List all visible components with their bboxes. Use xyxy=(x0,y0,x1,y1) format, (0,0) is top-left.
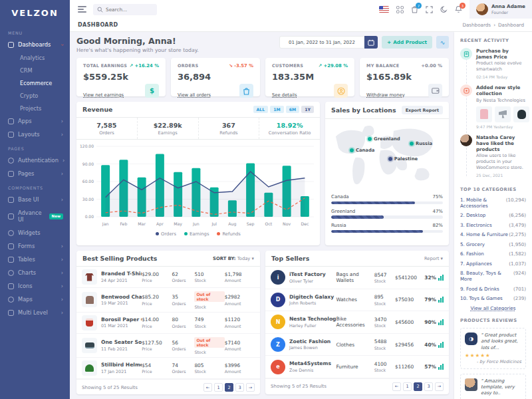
date-range-input[interactable]: 01 Jan, 2022 to 31 Jan, 2022 xyxy=(279,36,364,49)
product-review-card[interactable]: " Amazing template, very easy to.. ★★★★☆… xyxy=(460,374,526,399)
sidebar-item-base-ui[interactable]: Base UI› xyxy=(0,193,70,206)
range-1m-button[interactable]: 1M xyxy=(270,106,283,113)
table-row[interactable]: One Seater Sofa11 Feb 2021 $127.50Price … xyxy=(76,334,260,358)
sidebar-item-projects[interactable]: Projects xyxy=(0,102,70,114)
view-net-earnings-link[interactable]: View net earnings xyxy=(83,92,124,98)
sidebar-item-ecommerce[interactable]: Ecommerce xyxy=(0,76,70,89)
page-prev[interactable]: ← xyxy=(392,382,401,391)
table-row[interactable]: Branded T-Shirts24 Apr 2021 $29.00Price … xyxy=(76,267,260,288)
sidebar-item-analytics[interactable]: Analytics xyxy=(0,51,70,64)
breadcrumb-dashboards[interactable]: Dashboards xyxy=(462,22,491,28)
view-all-categories-link[interactable]: View all Categories xyxy=(460,305,526,311)
page-3[interactable]: 3 xyxy=(424,382,433,391)
search-input[interactable] xyxy=(106,7,152,13)
table-row[interactable]: Borosil Paper Cup01 Mar 2021 $14.00Price… xyxy=(76,313,260,334)
svg-text:Dec: Dec xyxy=(301,221,309,226)
table-row[interactable]: Z Zoetic FashionJames Bowen Clothes 5488… xyxy=(265,334,449,356)
table-row[interactable]: e Meta4SystemsZoe Dennis Furniture 4100S… xyxy=(265,356,449,378)
app-logo[interactable]: VELZON xyxy=(0,0,70,25)
sidebar-item-charts[interactable]: Charts› xyxy=(0,266,70,279)
range-all-button[interactable]: ALL xyxy=(253,106,269,113)
stat-value: $559.25k xyxy=(83,72,159,82)
view-all-orders-link[interactable]: View all orders xyxy=(178,92,211,98)
world-map[interactable]: Greenland Canada Russia Palestine xyxy=(331,121,444,192)
dashboards-icon xyxy=(8,42,14,48)
stat-value: 183.35M xyxy=(272,72,348,82)
out-of-stock-badge: Out of stock xyxy=(194,337,224,348)
legend-orders[interactable]: Orders xyxy=(156,231,176,237)
page-next[interactable]: → xyxy=(435,382,444,391)
sidebar-item-tables[interactable]: Tables› xyxy=(0,253,70,266)
us-flag-icon xyxy=(379,6,389,13)
search-box[interactable] xyxy=(93,4,157,15)
icons-icon xyxy=(8,283,14,289)
range-6m-button[interactable]: 6M xyxy=(286,106,299,113)
fullscreen-button[interactable] xyxy=(426,6,433,13)
page-3[interactable]: 3 xyxy=(235,383,244,392)
sidebar-item-authentication[interactable]: Authentication› xyxy=(0,154,70,167)
map-marker-palestine[interactable]: Palestine xyxy=(388,156,418,162)
export-report-button[interactable]: Export Report xyxy=(402,106,443,114)
sidebar-item-layouts[interactable]: Layouts› xyxy=(0,128,70,141)
page-1[interactable]: 1 xyxy=(214,383,223,392)
page-2[interactable]: 2 xyxy=(225,383,233,392)
legend-refunds[interactable]: Refunds xyxy=(217,231,240,237)
sidebar-item-crm[interactable]: CRM xyxy=(0,64,70,76)
activity-item[interactable]: Natasha Carey have liked the products Al… xyxy=(460,134,526,183)
greeting-title: Good Morning, Anna! xyxy=(76,36,199,46)
table-row[interactable]: i iTest FactoryOliver Tyler Bags and Wal… xyxy=(265,267,449,289)
sidebar-item-advance-ui[interactable]: Advance UI New xyxy=(0,206,70,226)
legend-earnings[interactable]: Earnings xyxy=(184,231,209,237)
withdraw-money-link[interactable]: Withdraw money xyxy=(366,92,405,98)
notifications-button[interactable]: 3 xyxy=(455,5,462,13)
new-badge: New xyxy=(49,213,63,219)
top-sellers-title: Top Sellers xyxy=(271,255,309,262)
add-product-button[interactable]: + Add Product xyxy=(382,36,432,49)
calendar-button[interactable] xyxy=(364,36,378,49)
svg-text:30.00: 30.00 xyxy=(82,197,94,201)
table-row[interactable]: N Nesta TechnologiesHarley Fuller Bike A… xyxy=(265,311,449,334)
sidebar-item-icons[interactable]: Icons› xyxy=(0,279,70,293)
sidebar-item-multi-level[interactable]: Multi Level› xyxy=(0,306,70,319)
table-row[interactable]: Bentwood Chair19 Mar 2021 $85.20Price 35… xyxy=(76,288,260,313)
sidebar-item-widgets[interactable]: Widgets xyxy=(0,226,70,239)
advance-ui-icon xyxy=(8,213,14,219)
page-2[interactable]: 2 xyxy=(414,382,422,391)
see-details-link[interactable]: See details xyxy=(272,92,297,98)
apps-grid-button[interactable] xyxy=(396,6,404,13)
table-row[interactable]: D Digitech GalaxyJohn Roberts Watches 89… xyxy=(265,289,449,312)
seller-logo: Z xyxy=(271,337,285,352)
language-flag-button[interactable] xyxy=(379,6,389,13)
shop-panel-button[interactable]: ∿ xyxy=(436,36,449,49)
user-menu[interactable]: Anna Adame Founder xyxy=(469,0,532,19)
map-marker-canada[interactable]: Canada xyxy=(350,148,374,153)
category-row: 1. Mobile & Accessories(10,294) xyxy=(460,197,526,209)
seller-percent: 90% xyxy=(423,319,444,325)
map-marker-russia[interactable]: Russia xyxy=(410,141,432,146)
search-icon xyxy=(97,7,103,13)
activity-item[interactable]: Added new style collection By Nesta Tech… xyxy=(460,84,526,134)
activity-item[interactable]: Purchase by James Price Product noise ev… xyxy=(460,48,526,84)
product-review-card[interactable]: ◑ " Great product and looks great, lots … xyxy=(460,328,526,369)
cart-button[interactable]: 7 xyxy=(411,5,418,13)
sidebar-item-dashboards[interactable]: Dashboards › xyxy=(0,38,70,51)
sidebar-item-crypto[interactable]: Crypto xyxy=(0,89,70,102)
star-rating: ★★★★★ xyxy=(465,352,521,358)
dark-mode-button[interactable] xyxy=(440,6,448,13)
page-prev[interactable]: ← xyxy=(203,383,212,392)
hamburger-menu-button[interactable] xyxy=(78,5,86,14)
page-1[interactable]: 1 xyxy=(403,382,412,391)
sidebar-item-apps[interactable]: Apps› xyxy=(0,114,70,128)
sort-by-dropdown[interactable]: SORT BY: Today ▾ xyxy=(213,256,254,261)
sidebar-item-pages[interactable]: Pages› xyxy=(0,167,70,180)
category-row: 7. Appliances(1,037) xyxy=(460,261,526,267)
map-marker-greenland[interactable]: Greenland xyxy=(368,136,400,142)
top-sellers-panel: Top Sellers Report ▾ i iTest FactoryOliv… xyxy=(265,251,449,394)
sidebar-item-forms[interactable]: Forms› xyxy=(0,239,70,253)
table-row[interactable]: Stillbird Helmet17 Jan 2021 $54Price 74O… xyxy=(76,358,260,379)
report-dropdown[interactable]: Report ▾ xyxy=(424,256,443,261)
range-1y-button[interactable]: 1Y xyxy=(301,106,314,113)
page-next[interactable]: → xyxy=(246,383,255,392)
sidebar-item-maps[interactable]: Maps› xyxy=(0,293,70,306)
products-reviews-title: PRODUCTS REVIEWS xyxy=(460,318,526,323)
